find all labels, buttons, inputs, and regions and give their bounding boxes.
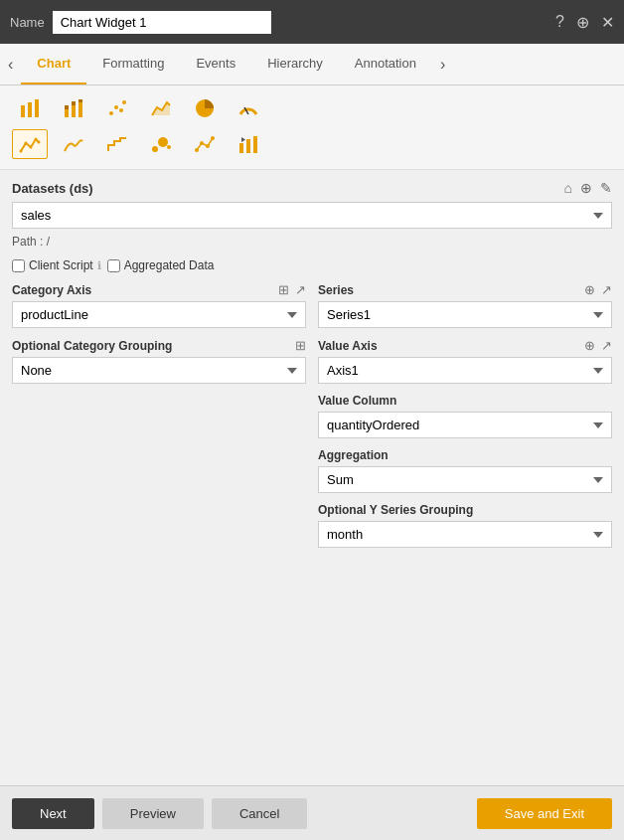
svg-rect-7 xyxy=(78,102,82,117)
chart-type-gauge[interactable] xyxy=(231,93,266,123)
chart-type-pie[interactable] xyxy=(187,93,223,123)
series-select[interactable]: Series1 xyxy=(318,301,612,328)
chart-type-area[interactable] xyxy=(143,93,179,123)
svg-rect-29 xyxy=(246,139,250,153)
next-button[interactable]: Next xyxy=(12,798,94,829)
chart-type-step[interactable] xyxy=(99,129,135,159)
datasets-edit-icon[interactable]: ✎ xyxy=(600,180,612,196)
optional-category-grouping-header: Optional Category Grouping ⊞ xyxy=(12,338,306,353)
preview-button[interactable]: Preview xyxy=(102,798,204,829)
category-axis-hierarchy-icon[interactable]: ⊞ xyxy=(278,282,289,297)
svg-point-19 xyxy=(35,138,38,141)
save-exit-button[interactable]: Save and Exit xyxy=(477,798,612,829)
chart-type-scatter[interactable] xyxy=(99,93,135,123)
tab-prev-arrow[interactable]: ‹ xyxy=(0,46,21,84)
chart-type-bubble[interactable] xyxy=(143,129,179,159)
value-column-label: Value Column xyxy=(318,394,396,408)
series-icons: ⊕ ↗ xyxy=(584,282,612,297)
move-icon[interactable]: ⊕ xyxy=(576,13,589,32)
svg-point-17 xyxy=(25,142,28,145)
value-axis-send-icon[interactable]: ↗ xyxy=(601,338,612,353)
value-axis-group: Value Axis ⊕ ↗ Axis1 xyxy=(318,338,612,384)
aggregation-select[interactable]: Sum xyxy=(318,466,612,493)
close-icon[interactable]: ✕ xyxy=(601,13,614,32)
chart-type-line[interactable] xyxy=(12,129,48,159)
optional-y-series-grouping-select[interactable]: month xyxy=(318,521,612,548)
cancel-button[interactable]: Cancel xyxy=(212,798,307,829)
optional-category-hierarchy-icon[interactable]: ⊞ xyxy=(295,338,306,353)
svg-point-9 xyxy=(109,111,113,115)
datasets-home-icon[interactable]: ⌂ xyxy=(564,180,572,196)
svg-point-12 xyxy=(122,100,126,104)
series-send-icon[interactable]: ↗ xyxy=(601,282,612,297)
chart-icon-row-1 xyxy=(12,93,612,123)
chart-type-column-arrow[interactable] xyxy=(231,129,266,159)
client-script-checkbox-item: Client Script ℹ xyxy=(12,258,101,272)
svg-point-23 xyxy=(167,145,171,149)
value-column-select[interactable]: quantityOrdered xyxy=(318,412,612,438)
svg-point-27 xyxy=(211,136,215,140)
value-axis-label: Value Axis xyxy=(318,339,378,353)
series-group: Series ⊕ ↗ Series1 xyxy=(318,282,612,328)
series-label: Series xyxy=(318,283,354,297)
category-axis-send-icon[interactable]: ↗ xyxy=(295,282,306,297)
aggregation-group: Aggregation Sum xyxy=(318,448,612,493)
svg-rect-2 xyxy=(35,99,39,117)
path-value: / xyxy=(47,235,50,249)
series-select-wrapper: Series1 xyxy=(318,301,612,328)
tab-next-arrow[interactable]: › xyxy=(432,46,453,84)
value-axis-add-icon[interactable]: ⊕ xyxy=(584,338,595,353)
svg-rect-28 xyxy=(239,143,243,153)
tab-chart[interactable]: Chart xyxy=(21,44,86,84)
svg-point-26 xyxy=(206,144,210,148)
svg-point-20 xyxy=(38,141,41,144)
svg-rect-30 xyxy=(253,136,257,153)
svg-point-18 xyxy=(30,146,33,149)
value-axis-icons: ⊕ ↗ xyxy=(584,338,612,353)
optional-category-grouping-select[interactable]: None xyxy=(12,357,306,384)
optional-y-series-grouping-label: Optional Y Series Grouping xyxy=(318,503,473,517)
series-add-icon[interactable]: ⊕ xyxy=(584,282,595,297)
svg-point-11 xyxy=(119,108,123,112)
optional-y-series-grouping-header: Optional Y Series Grouping xyxy=(318,503,612,517)
aggregation-header: Aggregation xyxy=(318,448,612,462)
aggregation-select-wrapper: Sum xyxy=(318,466,612,493)
tab-events[interactable]: Events xyxy=(180,44,251,84)
svg-point-24 xyxy=(195,148,199,152)
aggregated-data-checkbox[interactable] xyxy=(107,259,120,272)
value-axis-header: Value Axis ⊕ ↗ xyxy=(318,338,612,353)
svg-rect-3 xyxy=(65,109,69,117)
category-axis-group: Category Axis ⊞ ↗ productLine xyxy=(12,282,306,328)
datasets-add-icon[interactable]: ⊕ xyxy=(580,180,592,196)
header-icons: ? ⊕ ✕ xyxy=(555,13,614,32)
chart-type-bar[interactable] xyxy=(12,93,48,123)
two-col-layout: Category Axis ⊞ ↗ productLine Optional C… xyxy=(12,282,612,558)
svg-rect-0 xyxy=(21,105,25,117)
right-column: Series ⊕ ↗ Series1 Value Axis xyxy=(318,282,612,558)
optional-y-series-grouping-select-wrapper: month xyxy=(318,521,612,548)
chart-type-connected-scatter[interactable] xyxy=(187,129,223,159)
datasets-row: Datasets (ds) ⌂ ⊕ ✎ xyxy=(12,180,612,196)
tab-annotation[interactable]: Annotation xyxy=(339,44,432,84)
category-axis-label: Category Axis xyxy=(12,283,91,297)
help-icon[interactable]: ? xyxy=(555,13,564,32)
category-axis-select[interactable]: productLine xyxy=(12,301,306,328)
value-axis-select[interactable]: Axis1 xyxy=(318,357,612,384)
svg-point-25 xyxy=(200,141,204,145)
chart-type-stacked-bar[interactable] xyxy=(56,93,91,123)
name-input[interactable] xyxy=(53,11,271,34)
value-column-select-wrapper: quantityOrdered xyxy=(318,412,612,438)
checkbox-row: Client Script ℹ Aggregated Data xyxy=(12,258,612,272)
svg-rect-1 xyxy=(28,102,32,117)
tab-hierarchy[interactable]: Hierarchy xyxy=(251,44,339,84)
client-script-checkbox[interactable] xyxy=(12,259,25,272)
main-content: Datasets (ds) ⌂ ⊕ ✎ sales Path : / Clien… xyxy=(0,170,624,785)
client-script-label: Client Script xyxy=(29,258,93,272)
tabs-bar: ‹ Chart Formatting Events Hierarchy Anno… xyxy=(0,44,624,85)
datasets-label: Datasets (ds) xyxy=(12,181,93,196)
datasets-select-wrapper: sales xyxy=(12,202,612,229)
datasets-select[interactable]: sales xyxy=(12,202,612,229)
tab-formatting[interactable]: Formatting xyxy=(86,44,180,84)
chart-type-spline[interactable] xyxy=(56,129,91,159)
svg-marker-31 xyxy=(241,137,245,142)
